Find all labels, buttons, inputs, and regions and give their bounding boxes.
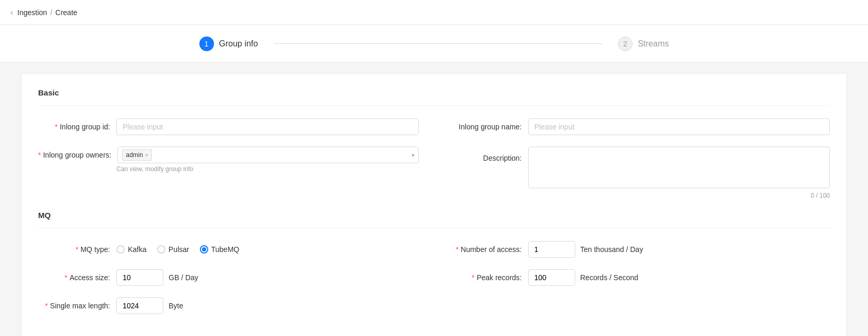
peak-records-input-wrapper: Records / Second (528, 269, 830, 286)
pulsar-label: Pulsar (169, 245, 189, 254)
group-name-label: Inlong group name: (450, 118, 528, 135)
sml-required-star: * (45, 302, 47, 310)
main-content: Basic *Inlong group id: Inlong group nam… (0, 63, 868, 336)
back-arrow[interactable]: ‹ (10, 8, 13, 17)
steps-header: 1 Group info 2 Streams (0, 25, 868, 63)
mq-type-options: Kafka Pulsar TubeMQ (116, 241, 419, 258)
group-owners-required-star: * (38, 151, 41, 159)
group-owners-label: *Inlong group owners: (38, 147, 117, 163)
group-owners-select-wrapper: admin × ▾ (117, 147, 418, 163)
mq-row-2: *Access size: GB / Day *Peak records: (38, 269, 830, 286)
access-size-unit: GB / Day (169, 273, 198, 282)
group-id-label: *Inlong group id: (38, 118, 116, 135)
group-id-input[interactable] (116, 118, 419, 135)
noa-input-wrapper: Ten thousand / Day (528, 241, 830, 258)
description-input-wrapper: 0 / 100 (528, 147, 830, 199)
tubemq-label: TubeMQ (211, 245, 240, 254)
access-size-input[interactable] (116, 269, 163, 286)
as-required-star: * (65, 273, 67, 282)
page-wrapper: ‹ Ingestion / Create 1 Group info 2 Stre… (0, 0, 868, 336)
mq-row-3: *Single max length: Byte (38, 297, 830, 314)
owners-hint: Can view, modify group info (116, 165, 193, 173)
group-id-field: *Inlong group id: (38, 118, 419, 135)
peak-records-unit: Records / Second (580, 273, 638, 282)
peak-records-with-unit: Records / Second (528, 269, 830, 286)
noa-with-unit: Ten thousand / Day (528, 241, 830, 258)
peak-records-input[interactable] (528, 269, 575, 286)
access-size-input-wrapper: GB / Day (116, 269, 419, 286)
breadcrumb-bar: ‹ Ingestion / Create (0, 0, 868, 25)
breadcrumb-parent[interactable]: Ingestion (17, 8, 47, 17)
mq-tubemq-option[interactable]: TubeMQ (200, 245, 240, 254)
group-id-required-star: * (55, 123, 57, 131)
pulsar-radio[interactable] (157, 245, 165, 254)
number-of-access-field: *Number of access: Ten thousand / Day (450, 241, 830, 258)
step-1[interactable]: 1 Group info (199, 37, 258, 51)
step-1-number: 1 (199, 37, 214, 51)
char-count: 0 / 100 (528, 192, 830, 199)
mq-pulsar-option[interactable]: Pulsar (157, 245, 189, 254)
mq-radio-group: Kafka Pulsar TubeMQ (116, 241, 419, 258)
number-of-access-label: *Number of access: (450, 241, 528, 258)
step-2[interactable]: 2 Streams (618, 37, 669, 51)
group-name-field: Inlong group name: (450, 118, 830, 135)
access-size-field: *Access size: GB / Day (38, 269, 419, 286)
step-2-label: Streams (638, 39, 669, 49)
description-label: Description: (450, 147, 528, 166)
group-id-input-wrapper (116, 118, 419, 135)
single-max-length-label: *Single max length: (38, 297, 116, 314)
description-field: Description: 0 / 100 (450, 147, 830, 199)
mq-type-label: *MQ type: (38, 241, 116, 258)
step-2-number: 2 (618, 37, 633, 51)
basic-row-1: *Inlong group id: Inlong group name: (38, 118, 830, 135)
group-owners-field: *Inlong group owners: admin × ▾ (38, 147, 419, 173)
basic-row-2: *Inlong group owners: admin × ▾ (38, 147, 830, 199)
form-card: Basic *Inlong group id: Inlong group nam… (21, 73, 847, 336)
breadcrumb-separator: / (50, 8, 52, 17)
single-max-length-unit: Byte (169, 302, 183, 310)
number-of-access-input[interactable] (528, 241, 575, 258)
single-max-length-with-unit: Byte (116, 297, 419, 314)
breadcrumb-current: Create (55, 8, 77, 17)
single-max-length-input[interactable] (116, 297, 163, 314)
group-name-input-wrapper (528, 118, 830, 135)
mq-type-field: *MQ type: Kafka Pulsar (38, 241, 419, 258)
pr-required-star: * (472, 273, 474, 282)
access-size-label: *Access size: (38, 269, 116, 286)
mq-type-required-star: * (76, 245, 78, 254)
peak-records-field: *Peak records: Records / Second (450, 269, 830, 286)
access-size-with-unit: GB / Day (116, 269, 419, 286)
kafka-radio[interactable] (116, 245, 125, 254)
noa-unit: Ten thousand / Day (580, 245, 644, 254)
mq-kafka-option[interactable]: Kafka (116, 245, 147, 254)
group-name-input[interactable] (528, 118, 830, 135)
noa-required-star: * (456, 245, 458, 254)
steps-container: 1 Group info 2 Streams (199, 37, 669, 51)
tubemq-radio[interactable] (200, 245, 208, 254)
peak-records-label: *Peak records: (450, 269, 528, 286)
description-textarea[interactable] (528, 147, 830, 188)
admin-tag: admin × (122, 149, 152, 161)
kafka-label: Kafka (128, 245, 147, 254)
group-owners-select[interactable]: admin × (117, 147, 418, 163)
admin-tag-close[interactable]: × (145, 152, 148, 158)
step-1-label: Group info (219, 39, 258, 49)
basic-section-title: Basic (38, 88, 830, 106)
step-divider (274, 43, 602, 44)
mq-section-title: MQ (38, 211, 830, 229)
single-max-length-input-wrapper: Byte (116, 297, 419, 314)
single-max-length-field: *Single max length: Byte (38, 297, 419, 314)
mq-row-1: *MQ type: Kafka Pulsar (38, 241, 830, 258)
